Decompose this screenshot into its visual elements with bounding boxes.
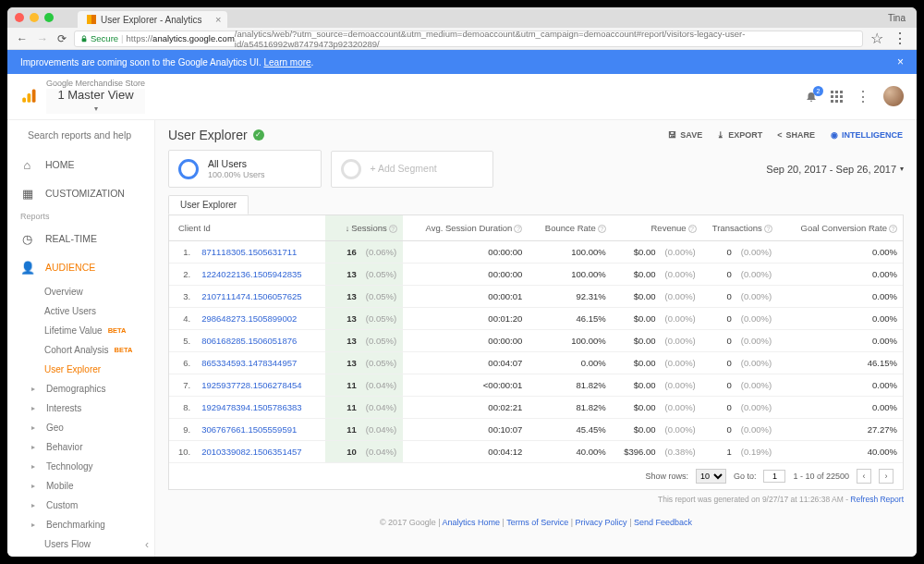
sidebar-item-label: Demographics xyxy=(46,384,105,394)
client-id-link[interactable]: 865334593.1478344957 xyxy=(201,358,297,368)
help-icon[interactable]: ? xyxy=(889,225,897,233)
url-field[interactable]: Secure | https://analytics.google.com/an… xyxy=(74,31,863,47)
save-button[interactable]: 🖫SAVE xyxy=(668,130,702,140)
sidebar-sub-behavior[interactable]: ▸Behavior xyxy=(7,437,154,457)
sidebar-sub-custom[interactable]: ▸Custom xyxy=(7,496,154,515)
sidebar-sub-interests[interactable]: ▸Interests xyxy=(7,398,154,418)
next-page-button[interactable]: › xyxy=(879,469,894,484)
client-id-link[interactable]: 306767661.1505559591 xyxy=(201,424,297,435)
forward-icon[interactable]: → xyxy=(37,32,48,45)
window-min-dot[interactable] xyxy=(30,13,39,22)
sidebar-sub-overview[interactable]: Overview xyxy=(7,282,154,301)
notifications-button[interactable]: 2 xyxy=(805,90,818,103)
sidebar-item-home[interactable]: ⌂HOME xyxy=(7,151,154,179)
client-id-link[interactable]: 1224022136.1505942835 xyxy=(201,269,301,279)
client-id-link[interactable]: 806168285.1506051876 xyxy=(201,336,297,346)
col-gcr[interactable]: Goal Conversion Rate? xyxy=(778,215,903,241)
col-bounce-rate[interactable]: Bounce Rate? xyxy=(528,215,611,241)
intelligence-button[interactable]: ◉INTELLIGENCE xyxy=(830,129,904,141)
client-id-link[interactable]: 871118305.1505631711 xyxy=(201,247,297,257)
revenue-pct: (0.00%) xyxy=(662,419,702,441)
goto-input[interactable] xyxy=(763,470,785,483)
show-rows-label: Show rows: xyxy=(645,472,688,481)
sidebar-item-customization[interactable]: ▦CUSTOMIZATION xyxy=(7,179,154,208)
help-icon[interactable]: ? xyxy=(688,225,697,233)
footer-link-feedback[interactable]: Send Feedback xyxy=(634,518,692,527)
export-icon: ⤓ xyxy=(717,130,724,140)
footer-link-tos[interactable]: Terms of Service xyxy=(506,518,568,527)
sidebar-item-label: CUSTOMIZATION xyxy=(45,188,125,199)
bounce-cell: 46.15% xyxy=(528,308,611,330)
duration-cell: 00:02:21 xyxy=(403,397,529,419)
prev-page-button[interactable]: ‹ xyxy=(857,469,871,484)
apps-icon[interactable] xyxy=(831,91,843,103)
sidebar-sub-geo[interactable]: ▸Geo xyxy=(7,418,154,437)
client-id-link[interactable]: 298648273.1505899002 xyxy=(201,313,297,324)
sidebar-sub-cohort[interactable]: Cohort AnalysisBETA xyxy=(7,340,154,360)
client-id-link[interactable]: 1929478394.1505786383 xyxy=(201,402,301,412)
sidebar-sub-lifetime-value[interactable]: Lifetime ValueBETA xyxy=(7,321,154,340)
browser-tab[interactable]: User Explorer - Analytics × xyxy=(78,11,227,28)
browser-profile[interactable]: Tina xyxy=(888,13,909,23)
upgrade-banner: Improvements are coming soon to the Goog… xyxy=(7,50,917,74)
goto-label: Go to: xyxy=(734,472,757,481)
banner-close-icon[interactable]: × xyxy=(897,55,904,68)
row-index: 9. xyxy=(169,419,196,441)
window-max-dot[interactable] xyxy=(44,13,54,22)
col-revenue[interactable]: Revenue? xyxy=(612,215,702,241)
sessions-pct: (0.04%) xyxy=(362,397,403,419)
sidebar-sub-users-flow[interactable]: Users Flow xyxy=(7,534,154,554)
col-sessions[interactable]: ↓Sessions? xyxy=(325,215,403,241)
url-path: /analytics/web/?utm_source=demoaccount&u… xyxy=(235,29,857,49)
revenue-cell: $0.00 xyxy=(612,374,662,397)
table-row: 10.2010339082.150635145710(0.04%)00:04:1… xyxy=(169,441,903,463)
reload-icon[interactable]: ⟳ xyxy=(57,32,67,45)
help-icon[interactable]: ⋮ xyxy=(856,88,870,105)
date-range-picker[interactable]: Sep 20, 2017 - Sep 26, 2017▾ xyxy=(766,164,904,175)
star-icon[interactable]: ☆ xyxy=(870,30,883,47)
close-icon[interactable]: × xyxy=(215,14,221,25)
sidebar-sub-demographics[interactable]: ▸Demographics xyxy=(7,379,154,398)
tx-pct: (0.00%) xyxy=(737,374,778,397)
sidebar-item-audience[interactable]: 👤AUDIENCE xyxy=(7,253,154,282)
rows-per-page-select[interactable]: 10 xyxy=(696,469,726,484)
col-client-id[interactable]: Client Id xyxy=(169,215,325,241)
share-button[interactable]: <SHARE xyxy=(777,130,815,140)
client-id-link[interactable]: 2107111474.1506057625 xyxy=(201,291,301,301)
back-icon[interactable]: ← xyxy=(17,32,28,45)
sidebar-sub-mobile[interactable]: ▸Mobile xyxy=(7,476,154,496)
segment-all-users[interactable]: All Users100.00% Users xyxy=(168,150,322,188)
help-icon[interactable]: ? xyxy=(389,225,397,233)
sidebar-item-realtime[interactable]: ◷REAL-TIME xyxy=(7,225,154,253)
sidebar-sub-technology[interactable]: ▸Technology xyxy=(7,457,154,476)
help-icon[interactable]: ? xyxy=(514,225,522,233)
client-id-link[interactable]: 2010339082.1506351457 xyxy=(201,447,301,457)
chevron-right-icon: ▸ xyxy=(31,423,41,432)
sidebar-item-label: Mobile xyxy=(46,481,73,491)
banner-learn-more-link[interactable]: Learn more xyxy=(263,57,310,67)
sidebar-sub-user-explorer[interactable]: User Explorer xyxy=(7,360,154,379)
export-button[interactable]: ⤓EXPORT xyxy=(717,130,762,140)
client-id-link[interactable]: 1925937728.1506278454 xyxy=(201,380,301,390)
collapse-sidebar-icon[interactable]: ‹ xyxy=(145,538,149,551)
tab-user-explorer[interactable]: User Explorer xyxy=(168,195,249,215)
footer-link-privacy[interactable]: Privacy Policy xyxy=(576,518,627,527)
tx-cell: 0 xyxy=(702,397,737,419)
col-avg-duration[interactable]: Avg. Session Duration? xyxy=(403,215,529,241)
help-icon[interactable]: ? xyxy=(598,225,606,233)
footer-link-home[interactable]: Analytics Home xyxy=(443,518,501,527)
view-picker[interactable]: Google Merchandise Store 1 Master View ▾ xyxy=(46,80,145,114)
help-icon[interactable]: ? xyxy=(764,225,772,233)
sidebar-sub-active-users[interactable]: Active Users xyxy=(7,301,154,321)
duration-cell: 00:04:07 xyxy=(403,352,529,374)
avatar[interactable] xyxy=(883,86,904,106)
add-segment-button[interactable]: + Add Segment xyxy=(331,151,493,188)
search-input[interactable] xyxy=(28,129,149,141)
intelligence-icon: ◉ xyxy=(831,130,838,140)
revenue-cell: $396.00 xyxy=(612,441,662,463)
menu-icon[interactable]: ⋮ xyxy=(893,30,907,47)
sidebar-sub-benchmarking[interactable]: ▸Benchmarking xyxy=(7,515,154,534)
refresh-report-link[interactable]: Refresh Report xyxy=(850,495,904,504)
col-transactions[interactable]: Transactions? xyxy=(702,215,778,241)
window-close-dot[interactable] xyxy=(15,13,24,22)
